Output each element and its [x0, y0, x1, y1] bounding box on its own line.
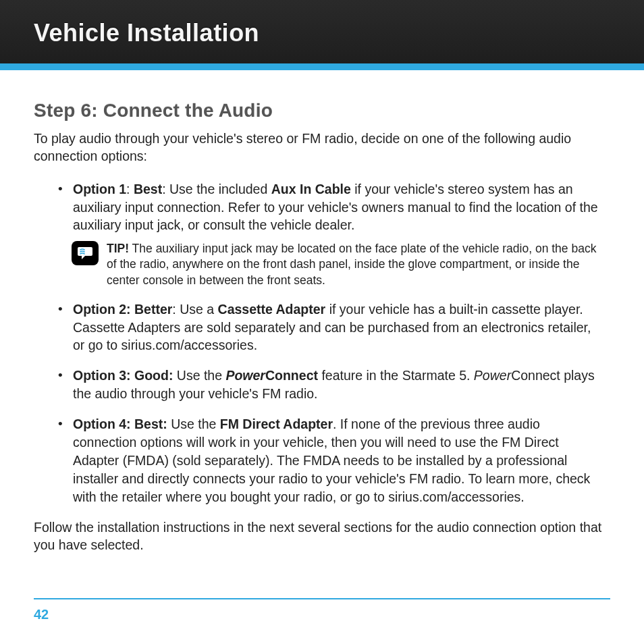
option-4: Option 4: Best: Use the FM Direct Adapte…	[73, 415, 603, 506]
option-1-label: Option 1	[73, 182, 126, 196]
option-1: Option 1: Best: Use the included Aux In …	[73, 180, 603, 288]
tip-text: TIP! The auxiliary input jack may be loc…	[107, 241, 603, 288]
colon-sep: :	[126, 182, 134, 196]
option-1-product: Aux In Cable	[271, 182, 351, 196]
option-3-pre: Use the	[173, 368, 225, 383]
option-2-pre: : Use a	[172, 302, 217, 317]
powerconnect-brand-italic: Power	[225, 368, 265, 383]
section-title: Vehicle Installation	[34, 19, 259, 47]
options-list: Option 1: Best: Use the included Aux In …	[34, 180, 610, 506]
accent-bar	[0, 63, 644, 70]
option-4-product: FM Direct Adapter	[220, 417, 333, 431]
option-3-mid: feature in the Starmate 5.	[318, 368, 474, 383]
option-2-label: Option 2: Better	[73, 302, 172, 317]
tip-label: TIP!	[107, 242, 129, 255]
option-4-label: Option 4: Best:	[73, 417, 167, 431]
speech-bubble-icon	[72, 241, 99, 265]
section-header: Vehicle Installation	[0, 0, 644, 63]
footer-rule	[34, 598, 610, 599]
manual-page: Vehicle Installation Step 6: Connect the…	[0, 0, 644, 644]
option-1-pre: : Use the included	[162, 182, 271, 196]
option-2: Option 2: Better: Use a Cassette Adapter…	[73, 300, 603, 355]
follow-text: Follow the installation instructions in …	[34, 518, 610, 554]
option-3-label: Option 3: Good:	[73, 368, 173, 383]
option-1-rank: Best	[134, 182, 162, 196]
step-title: Step 6: Connect the Audio	[34, 100, 610, 122]
step-intro: To play audio through your vehicle's ste…	[34, 130, 610, 165]
option-4-pre: Use the	[167, 417, 220, 431]
powerconnect-brand-bold: Connect	[265, 368, 318, 383]
page-number: 42	[34, 607, 49, 622]
tip-body: The auxiliary input jack may be located …	[107, 242, 596, 286]
tip-callout: TIP! The auxiliary input jack may be loc…	[72, 241, 603, 288]
option-2-product: Cassette Adapter	[218, 302, 326, 317]
powerconnect-italic-2: Power	[474, 368, 511, 383]
option-3: Option 3: Good: Use the PowerConnect fea…	[73, 367, 603, 403]
page-content: Step 6: Connect the Audio To play audio …	[0, 70, 644, 554]
